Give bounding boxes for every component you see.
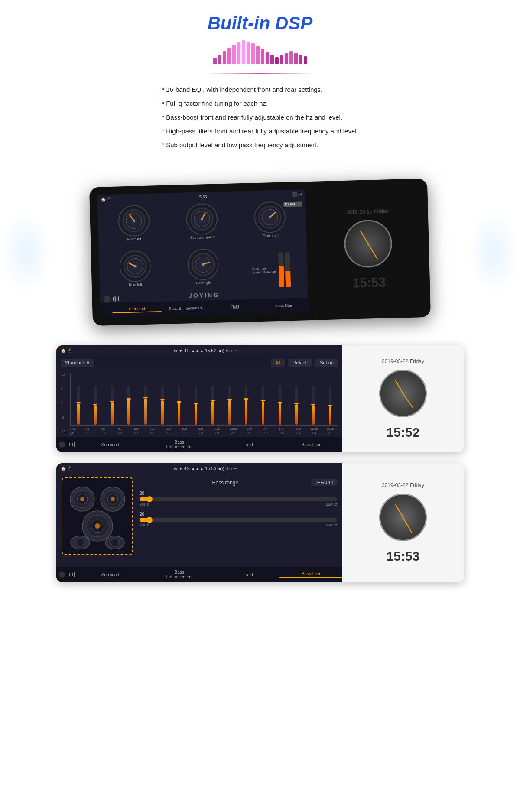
- btn-default[interactable]: Default: [288, 359, 312, 367]
- feature-2: * Full q-factor fine tuning for each hz.: [162, 97, 358, 110]
- eq-bands: FC: 30 50 80 125 200 320 500 800 1.0k 1.…: [70, 373, 338, 435]
- svg-rect-24: [69, 443, 70, 446]
- eq-band-4[interactable]: [138, 373, 154, 425]
- eq-band-7[interactable]: [188, 373, 204, 425]
- s2-eq-icon: [68, 442, 79, 448]
- speaker-diagram: [62, 477, 133, 555]
- gauge-label-front-right: Front right: [263, 234, 279, 238]
- eq-band-9[interactable]: [221, 373, 237, 425]
- tab-surround-3[interactable]: Surround: [79, 572, 142, 577]
- gauge-front-left: Front left: [100, 205, 168, 250]
- svg-rect-45: [71, 572, 72, 577]
- toolbar-2: Standard ∨ All Default Set up: [56, 356, 342, 370]
- screen-3: 🏠 📱 ⊕ ▼ 4G ▲▲▲ 15:53 ◄)) 8 □ ↩: [56, 463, 342, 582]
- statusbar-time: 15:53: [197, 195, 207, 199]
- screen-2: 🏠 📱 ⊕ ▼ 4G ▲▲▲ 15:52 ◄)) 8 □ ↩ Standard …: [56, 345, 342, 452]
- tab-bass-enhancement-2[interactable]: BassEnhancement: [142, 440, 217, 449]
- digital-time-2: 15:52: [387, 425, 420, 440]
- eq-band-15[interactable]: [322, 373, 338, 425]
- slider2-min: 20Hz: [140, 523, 149, 527]
- slider1-value: 20: [140, 491, 337, 496]
- eq-band-11[interactable]: [255, 373, 271, 425]
- page-title: Built-in DSP: [35, 13, 485, 34]
- tab-bass-filter-3[interactable]: Bass filter: [280, 572, 342, 578]
- btn-setup[interactable]: Set up: [315, 359, 338, 367]
- gauge-label-front-left: Front left: [127, 237, 141, 241]
- eq-band-6[interactable]: [171, 373, 187, 425]
- speaker-svg: [67, 483, 128, 550]
- feature-5: * Sub output level and low pass frequenc…: [162, 139, 358, 152]
- slider1-max: 250Hz: [326, 502, 337, 507]
- statusbar-icons-right: ⬛ ↩: [292, 192, 302, 197]
- statusbar-3: 🏠 📱 ⊕ ▼ 4G ▲▲▲ 15:53 ◄)) 8 □ ↩: [56, 463, 342, 474]
- fc-label: FC:: [70, 427, 80, 431]
- analog-clock-2: [379, 370, 427, 417]
- clock-center-2: [402, 392, 404, 395]
- minute-hand-2: [403, 393, 413, 408]
- q-row: Q: 2.0 2.0 2.0 2.0 2.0 2.0 2.0 2.0 2.0 2…: [70, 431, 338, 435]
- clock-center-3: [402, 516, 404, 519]
- hour-hand-2: [395, 380, 403, 393]
- svg-point-35: [110, 497, 115, 501]
- gauge-label-rear-left: Rear left: [129, 283, 142, 287]
- eq-band-1[interactable]: [88, 373, 104, 425]
- analog-clock-3: [379, 494, 427, 541]
- feature-4: * High-pass filters front and rear fully…: [162, 125, 358, 138]
- slider2-track[interactable]: [140, 518, 337, 522]
- statusbar-2: 🏠 📱 ⊕ ▼ 4G ▲▲▲ 15:52 ◄)) 8 □ ↩: [56, 345, 342, 356]
- svg-point-41: [76, 539, 84, 546]
- btn-all[interactable]: All: [271, 359, 285, 367]
- bass-controls: Bass range DEFAULT 20 20Hz 250Hz: [140, 477, 337, 563]
- feature-1: * 16-band EQ , with independent front an…: [162, 83, 358, 96]
- analog-clock-1: [344, 219, 393, 268]
- tab-surround-2[interactable]: Surround: [79, 442, 142, 447]
- eq-band-14[interactable]: [306, 373, 322, 425]
- gauge-label-rear-right: Rear right: [196, 280, 211, 285]
- digital-time-1: 15:53: [352, 275, 386, 290]
- eq-band-0[interactable]: [71, 373, 87, 425]
- slider1-min: 20Hz: [140, 502, 149, 507]
- gauge-surround: Surround space: [168, 202, 236, 247]
- eq-band-10[interactable]: [238, 373, 254, 425]
- header-section: Built-in DSP * 16-band EQ , with indepen…: [0, 0, 520, 161]
- hour-hand-3: [395, 504, 403, 517]
- s3-icon-area: [56, 572, 68, 578]
- svg-point-39: [95, 523, 100, 529]
- meter-label-rear-from: Rear from: [252, 266, 276, 270]
- eq-band-8[interactable]: [205, 373, 221, 425]
- default-btn-3[interactable]: DEFAULT: [311, 479, 337, 486]
- slider1-track[interactable]: [140, 497, 337, 501]
- eq-band-13[interactable]: [289, 373, 305, 425]
- eq-band-2[interactable]: [104, 373, 120, 425]
- slider2-value: 20: [140, 512, 337, 516]
- svg-rect-47: [74, 572, 75, 577]
- dropdown-standard[interactable]: Standard ∨: [61, 359, 94, 367]
- svg-rect-46: [72, 573, 73, 576]
- gauges-grid: Front left Surround space: [98, 199, 308, 299]
- sb3-left: 🏠 📱: [61, 466, 72, 471]
- tab-field-2[interactable]: Field: [217, 442, 280, 447]
- eq-band-12[interactable]: [272, 373, 288, 425]
- bg-decoration-right: [468, 209, 520, 296]
- slider2-max: 250Hz: [326, 523, 337, 527]
- gauge-front-right: DEFAULT Front right: [237, 201, 304, 246]
- eq-band-5[interactable]: [154, 373, 170, 425]
- date-3: 2019-03-22 Friday: [382, 482, 424, 488]
- tab-surround-1[interactable]: Surround: [112, 306, 161, 313]
- eq-graphic: [195, 38, 325, 64]
- slider2-thumb: [146, 517, 153, 523]
- screen3-content: Bass range DEFAULT 20 20Hz 250Hz: [56, 474, 342, 567]
- tab-bass-filter-2[interactable]: Bass filter: [280, 442, 342, 447]
- tab-field-1[interactable]: Field: [210, 304, 259, 310]
- tab-bass-filter-1[interactable]: Bass filter: [259, 303, 308, 309]
- tab-bass-enhancement-1[interactable]: Bass Enhancement: [161, 305, 210, 311]
- svg-point-43: [111, 539, 119, 546]
- feature-3: * Bass-boost front and rear fully adjust…: [162, 111, 358, 124]
- tab-bass-enhancement-3[interactable]: BassEnhancement: [142, 570, 217, 579]
- tab-field-3[interactable]: Field: [217, 572, 280, 577]
- sb3-center: ⊕ ▼ 4G ▲▲▲ 15:53 ◄)) 8 □ ↩: [174, 466, 236, 471]
- eq-area: 12 6 0 -6 -12: [56, 370, 342, 437]
- eq-band-3[interactable]: [121, 373, 137, 425]
- device-section-2: 🏠 📱 ⊕ ▼ 4G ▲▲▲ 15:52 ◄)) 8 □ ↩ Standard …: [0, 345, 520, 452]
- bass-title-row: Bass range DEFAULT: [140, 479, 337, 486]
